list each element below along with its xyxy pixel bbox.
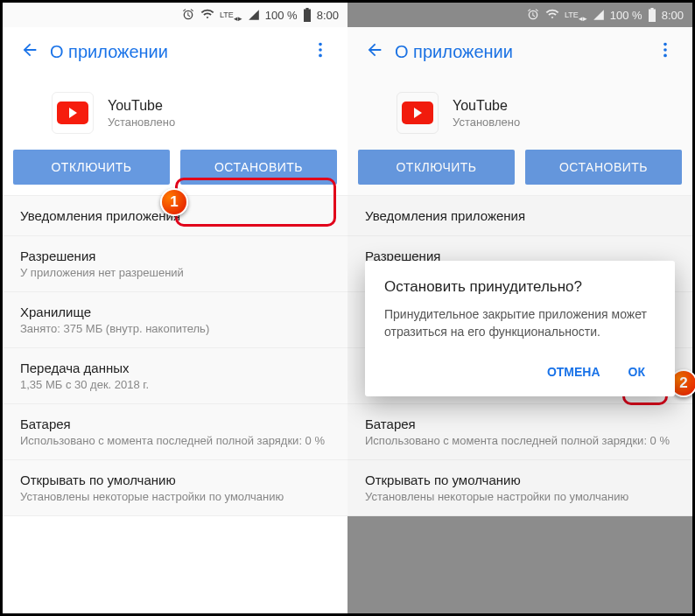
clock-time: 8:00 (317, 9, 339, 22)
dialog-cancel-button[interactable]: ОТМЕНА (537, 356, 611, 388)
app-bar: О приложении (348, 27, 692, 76)
svg-point-1 (319, 48, 322, 52)
row-notifications: Уведомления приложения (348, 196, 692, 236)
back-button[interactable] (10, 32, 50, 72)
overflow-menu-button[interactable] (300, 32, 340, 72)
clock-time: 8:00 (662, 9, 684, 22)
status-bar: LTE◂▸ 100 % 8:00 (348, 3, 692, 27)
page-title: О приложении (50, 42, 300, 62)
signal-icon (248, 9, 260, 21)
dialog-body: Принудительное закрытие приложения может… (384, 306, 656, 340)
battery-percent: 100 % (610, 9, 642, 22)
disable-button: ОТКЛЮЧИТЬ (358, 150, 515, 185)
lte-indicator: LTE◂▸ (220, 7, 242, 23)
battery-percent: 100 % (265, 9, 298, 22)
row-storage[interactable]: Хранилище Занято: 375 МБ (внутр. накопит… (3, 292, 348, 348)
dialog-actions: ОТМЕНА ОК (384, 356, 656, 388)
youtube-app-icon (397, 92, 439, 134)
signal-icon (593, 9, 605, 21)
phone-left: LTE◂▸ 100 % 8:00 О приложении YouTube Ус… (3, 3, 348, 613)
battery-icon (648, 8, 656, 22)
svg-point-0 (319, 43, 322, 46)
svg-point-5 (663, 54, 667, 58)
overflow-menu-button (645, 32, 685, 72)
alarm-icon (181, 8, 195, 22)
settings-list: Уведомления приложения Разрешения У прил… (3, 196, 348, 516)
side-by-side-container: LTE◂▸ 100 % 8:00 О приложении YouTube Ус… (0, 0, 695, 616)
row-permissions[interactable]: Разрешения У приложения нет разрешений (3, 236, 348, 292)
battery-icon (303, 8, 312, 22)
dialog-ok-button[interactable]: ОК (618, 356, 656, 388)
row-data-usage[interactable]: Передача данных 1,35 МБ с 30 дек. 2018 г… (3, 348, 348, 404)
row-open-by-default[interactable]: Открывать по умолчанию Установлены некот… (3, 460, 348, 516)
row-battery: Батарея Использовано с момента последней… (348, 404, 692, 460)
force-stop-button: ОСТАНОВИТЬ (525, 150, 682, 185)
dialog-title: Остановить принудительно? (384, 278, 656, 296)
app-install-status: Установлено (108, 116, 175, 129)
app-info-section: YouTube Установлено (348, 76, 692, 150)
wifi-icon (545, 8, 559, 22)
app-info-section: YouTube Установлено (3, 76, 348, 150)
app-name: YouTube (453, 98, 520, 114)
row-open-by-default: Открывать по умолчанию Установлены некот… (348, 460, 692, 516)
force-stop-button[interactable]: ОСТАНОВИТЬ (180, 150, 337, 185)
app-name: YouTube (108, 98, 175, 114)
app-bar: О приложении (3, 27, 348, 76)
wifi-icon (200, 8, 214, 22)
disable-button[interactable]: ОТКЛЮЧИТЬ (13, 150, 170, 185)
back-button (355, 32, 395, 72)
lte-indicator: LTE◂▸ (565, 7, 587, 23)
row-battery[interactable]: Батарея Использовано с момента последней… (3, 404, 348, 460)
youtube-app-icon (52, 92, 94, 134)
app-install-status: Установлено (453, 116, 520, 129)
action-buttons-row: ОТКЛЮЧИТЬ ОСТАНОВИТЬ (348, 150, 692, 195)
phone-right: LTE◂▸ 100 % 8:00 О приложении YouTube Ус… (348, 3, 692, 613)
page-title: О приложении (395, 42, 645, 62)
svg-point-4 (663, 48, 667, 52)
force-stop-dialog: Остановить принудительно? Принудительное… (365, 261, 675, 396)
svg-point-3 (663, 43, 667, 46)
svg-point-2 (319, 54, 322, 58)
status-bar: LTE◂▸ 100 % 8:00 (3, 3, 348, 27)
alarm-icon (526, 8, 540, 22)
annotation-badge-1: 1 (160, 188, 188, 216)
